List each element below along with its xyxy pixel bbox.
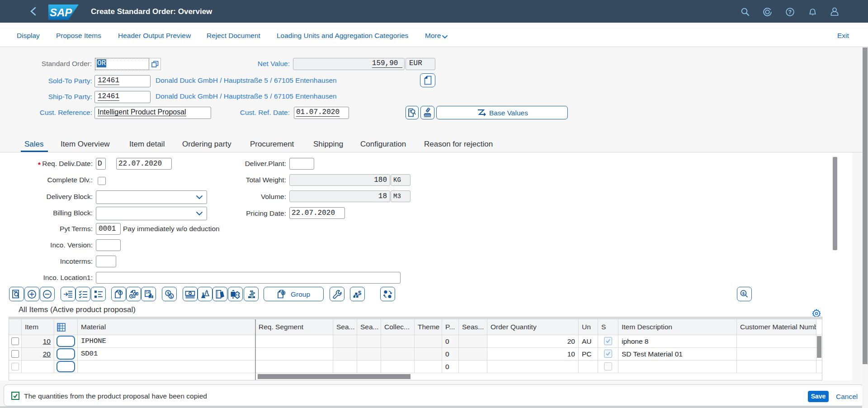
svg-text:?: ? [788,9,792,15]
svg-text:$: $ [742,291,745,296]
svg-text:$: $ [170,294,172,299]
svg-text:SAP: SAP [50,6,72,19]
svg-text:$: $ [358,289,362,296]
svg-text:14: 14 [146,291,150,294]
